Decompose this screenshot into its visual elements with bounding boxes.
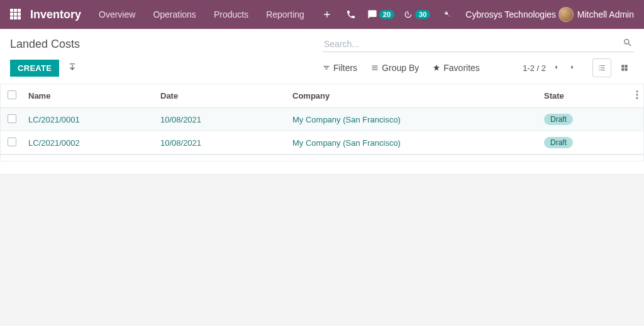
cell-date: 10/08/2021 xyxy=(160,138,201,148)
pager: 1-2 / 2 xyxy=(523,58,634,77)
cell-name[interactable]: LC/2021/0002 xyxy=(28,138,80,148)
cell-date: 10/08/2021 xyxy=(160,115,201,124)
empty-area xyxy=(0,174,644,326)
cell-company: My Company (San Francisco) xyxy=(292,138,401,148)
col-header-state[interactable]: State xyxy=(539,84,621,108)
filters-label: Filters xyxy=(333,63,357,73)
groupby-button[interactable]: Group By xyxy=(371,63,419,73)
cell-name[interactable]: LC/2021/0001 xyxy=(28,115,80,124)
download-icon[interactable] xyxy=(68,63,77,73)
data-table: Name Date Company State LC/2021/0001 10/… xyxy=(1,84,643,155)
breadcrumb: Landed Costs xyxy=(10,38,80,51)
control-panel: Landed Costs CREATE Filters Group By Fav… xyxy=(0,29,644,84)
select-all-checkbox[interactable] xyxy=(8,90,16,99)
column-options-icon[interactable] xyxy=(636,92,638,101)
svg-point-2 xyxy=(636,97,638,99)
messages-badge: 20 xyxy=(379,10,394,19)
filters-button[interactable]: Filters xyxy=(323,63,357,73)
view-kanban-button[interactable] xyxy=(615,58,634,77)
cell-company: My Company (San Francisco) xyxy=(292,115,401,124)
state-badge: Draft xyxy=(544,137,573,148)
nav-overview[interactable]: Overview xyxy=(99,9,135,19)
col-header-date[interactable]: Date xyxy=(155,84,287,108)
pager-prev[interactable] xyxy=(552,63,560,73)
activities-icon[interactable]: 30 xyxy=(403,9,430,19)
avatar xyxy=(558,7,574,22)
nav-reporting[interactable]: Reporting xyxy=(266,9,304,19)
nav-operations[interactable]: Operations xyxy=(153,9,196,19)
nav-menu: Overview Operations Products Reporting xyxy=(99,9,322,19)
table-row[interactable]: LC/2021/0001 10/08/2021 My Company (San … xyxy=(1,108,643,131)
app-brand[interactable]: Inventory xyxy=(30,8,81,21)
company-selector[interactable]: Cybrosys Technologies xyxy=(465,9,556,19)
col-header-name[interactable]: Name xyxy=(23,84,155,108)
create-button[interactable]: CREATE xyxy=(10,60,59,77)
svg-point-1 xyxy=(636,94,638,96)
row-checkbox[interactable] xyxy=(8,114,16,123)
phone-icon[interactable] xyxy=(346,9,356,19)
tools-icon[interactable] xyxy=(441,9,452,19)
col-header-company[interactable]: Company xyxy=(287,84,539,108)
table-row[interactable]: LC/2021/0002 10/08/2021 My Company (San … xyxy=(1,131,643,155)
state-badge: Draft xyxy=(544,114,573,125)
view-list-button[interactable] xyxy=(592,58,611,77)
user-menu[interactable]: Mitchell Admin xyxy=(558,7,634,22)
list-view: Name Date Company State LC/2021/0001 10/… xyxy=(0,84,644,155)
pager-next[interactable] xyxy=(569,63,576,73)
plus-icon[interactable] xyxy=(322,9,332,19)
apps-icon[interactable] xyxy=(10,9,21,20)
pager-range: 1-2 / 2 xyxy=(523,63,546,73)
search-input[interactable] xyxy=(323,36,634,52)
user-name: Mitchell Admin xyxy=(577,9,634,19)
search-icon[interactable] xyxy=(623,38,633,50)
row-checkbox[interactable] xyxy=(8,138,16,146)
groupby-label: Group By xyxy=(382,63,419,73)
svg-point-0 xyxy=(636,90,638,92)
navbar: Inventory Overview Operations Products R… xyxy=(0,0,644,29)
favorites-button[interactable]: Favorites xyxy=(433,63,480,73)
favorites-label: Favorites xyxy=(443,63,480,73)
messages-icon[interactable]: 20 xyxy=(367,9,394,19)
activities-badge: 30 xyxy=(415,10,430,19)
search-box xyxy=(323,36,634,52)
nav-products[interactable]: Products xyxy=(214,9,248,19)
